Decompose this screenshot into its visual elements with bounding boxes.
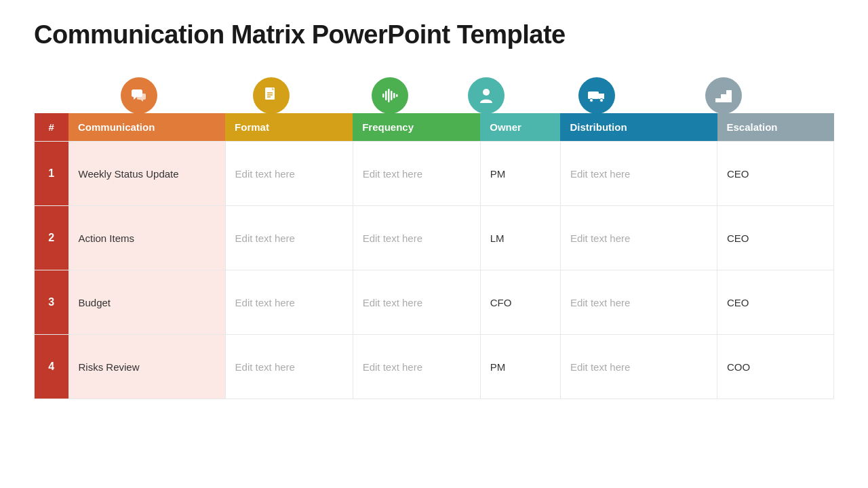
owner-icon-bubble xyxy=(468,77,505,114)
cell-num-4: 4 xyxy=(35,335,69,399)
cell-frequency-4[interactable]: Edit text here xyxy=(353,335,480,399)
col-frequency: Frequency xyxy=(353,113,480,142)
icon-col-distribution xyxy=(524,70,669,114)
format-icon-bubble xyxy=(253,77,290,114)
communication-icon xyxy=(130,86,149,105)
svg-rect-15 xyxy=(588,92,599,99)
svg-rect-9 xyxy=(385,91,387,100)
communication-icon-bubble xyxy=(121,77,157,114)
cell-owner-3: CFO xyxy=(480,270,560,335)
svg-marker-3 xyxy=(140,100,143,102)
table-wrapper: # Communication Format Frequency Owner D… xyxy=(34,70,834,399)
cell-num-3: 3 xyxy=(35,270,69,335)
frequency-icon xyxy=(380,88,399,103)
page-title: Communication Matrix PowerPoint Template xyxy=(34,20,834,49)
col-distribution: Distribution xyxy=(560,113,717,142)
cell-communication-4[interactable]: Risks Review xyxy=(68,335,225,399)
svg-rect-8 xyxy=(382,94,384,98)
svg-rect-13 xyxy=(396,94,398,97)
distribution-icon xyxy=(587,87,607,104)
svg-rect-19 xyxy=(721,94,726,102)
format-icon xyxy=(262,86,280,105)
cell-communication-1[interactable]: Weekly Status Update xyxy=(68,142,225,206)
svg-rect-10 xyxy=(388,89,390,102)
cell-owner-4: PM xyxy=(480,335,560,399)
icon-col-communication xyxy=(66,70,212,114)
svg-rect-11 xyxy=(391,91,393,100)
escalation-icon xyxy=(714,87,733,104)
table-body: 1 Weekly Status Update Edit text here Ed… xyxy=(35,142,834,399)
matrix-table: # Communication Format Frequency Owner D… xyxy=(34,113,834,399)
table-header: # Communication Format Frequency Owner D… xyxy=(35,113,834,142)
cell-distribution-4[interactable]: Edit text here xyxy=(560,335,717,399)
icon-col-format xyxy=(212,70,330,114)
page: Communication Matrix PowerPoint Template xyxy=(0,0,868,488)
cell-format-4[interactable]: Edit text here xyxy=(225,335,353,399)
cell-num-1: 1 xyxy=(35,142,69,206)
col-communication: Communication xyxy=(68,113,225,142)
cell-distribution-1[interactable]: Edit text here xyxy=(560,142,717,206)
icon-col-frequency xyxy=(330,70,449,114)
svg-marker-1 xyxy=(134,97,137,100)
header-row: # Communication Format Frequency Owner D… xyxy=(35,113,834,142)
cell-frequency-2[interactable]: Edit text here xyxy=(353,206,480,270)
cell-communication-2[interactable]: Action Items xyxy=(68,206,225,270)
cell-escalation-3: CEO xyxy=(717,270,834,335)
cell-format-2[interactable]: Edit text here xyxy=(225,206,353,270)
svg-rect-20 xyxy=(726,90,732,102)
cell-distribution-3[interactable]: Edit text here xyxy=(560,270,717,335)
cell-format-1[interactable]: Edit text here xyxy=(225,142,353,206)
svg-rect-12 xyxy=(393,93,395,98)
cell-frequency-1[interactable]: Edit text here xyxy=(353,142,480,206)
col-num: # xyxy=(35,113,69,142)
icon-col-escalation xyxy=(669,70,778,114)
svg-point-16 xyxy=(589,99,593,102)
col-format: Format xyxy=(225,113,353,142)
cell-owner-2: LM xyxy=(480,206,560,270)
cell-distribution-2[interactable]: Edit text here xyxy=(560,206,717,270)
col-owner: Owner xyxy=(480,113,560,142)
cell-communication-3[interactable]: Budget xyxy=(68,270,225,335)
svg-rect-18 xyxy=(715,98,721,102)
svg-point-17 xyxy=(599,99,603,102)
cell-escalation-1: CEO xyxy=(717,142,834,206)
table-row: 1 Weekly Status Update Edit text here Ed… xyxy=(35,142,834,206)
frequency-icon-bubble xyxy=(372,77,408,114)
icon-col-empty xyxy=(34,70,66,114)
cell-escalation-2: CEO xyxy=(717,206,834,270)
cell-frequency-3[interactable]: Edit text here xyxy=(353,270,480,335)
table-row: 4 Risks Review Edit text here Edit text … xyxy=(35,335,834,399)
cell-num-2: 2 xyxy=(35,206,69,270)
svg-rect-2 xyxy=(137,94,146,100)
cell-format-3[interactable]: Edit text here xyxy=(225,270,353,335)
distribution-icon-bubble xyxy=(578,77,615,114)
svg-point-14 xyxy=(483,89,490,96)
cell-owner-1: PM xyxy=(480,142,560,206)
col-escalation: Escalation xyxy=(717,113,834,142)
table-row: 2 Action Items Edit text here Edit text … xyxy=(35,206,834,270)
table-row: 3 Budget Edit text here Edit text here C… xyxy=(35,270,834,335)
cell-escalation-4: COO xyxy=(717,335,834,399)
icon-row xyxy=(34,70,834,114)
owner-icon xyxy=(479,87,494,104)
icon-col-owner xyxy=(449,70,524,114)
escalation-icon-bubble xyxy=(705,77,742,114)
